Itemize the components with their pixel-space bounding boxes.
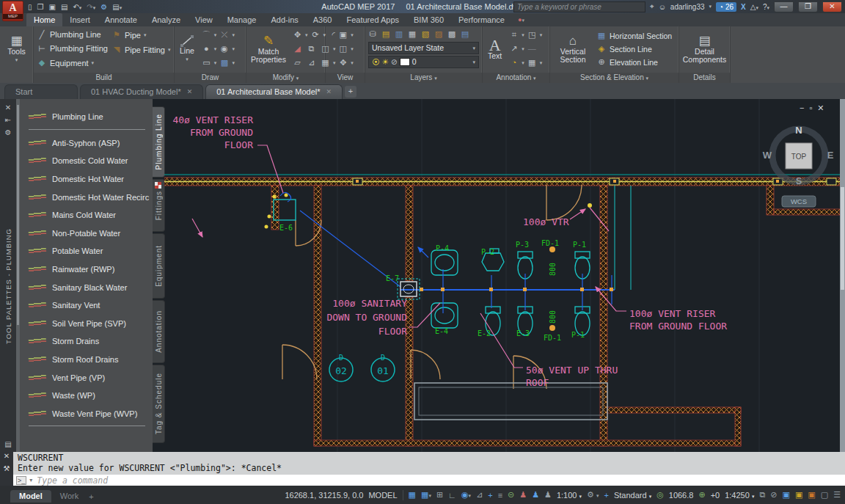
section-line-button[interactable]: ◈ Section Line [596,43,672,55]
graphics-performance-icon[interactable]: ▢ [821,490,828,500]
command-recent-arrow[interactable]: ▾ [29,477,32,483]
autoscale-icon[interactable]: ⊕ [698,490,705,500]
elevation-globe-icon[interactable]: ◎ [656,490,664,500]
circle-dropdown-arrow[interactable]: ▾ [214,46,217,52]
palette-item[interactable]: Potable Water [20,242,153,260]
palette-item[interactable]: Vent Pipe (VP) [20,368,153,387]
viewport-close-icon[interactable]: ✕ [817,103,829,112]
palette-tab-equipment[interactable]: Equipment [153,233,165,299]
isolate-objects-icon[interactable]: ▣ [808,490,815,500]
lineweight-icon[interactable]: ≡ [498,491,502,500]
palette-item[interactable]: Sanitary Black Water [20,278,153,296]
layer-match-icon[interactable]: ▩ [447,28,456,40]
layer-dropdown[interactable]: ⦿ ☀ ⊘ 0▾ [368,56,479,68]
exchange-apps-icon[interactable]: X [741,3,746,11]
minimize-button[interactable]: — [774,1,794,12]
undo-icon[interactable]: ↶▾ [73,3,81,11]
panel-label-modify[interactable]: Modify ▾ [246,73,325,83]
view-nav-icon[interactable]: ✥ [337,56,349,69]
layer-lock-icon[interactable]: ▨ [434,28,443,40]
palette-item[interactable]: Sanitary Vent [20,296,153,315]
ellipse-icon[interactable]: ◉ [218,43,230,55]
panel-label-build[interactable]: Build [34,73,174,83]
signin-user[interactable]: adarling33 [670,3,705,11]
palette-close-icon[interactable]: ✕ [5,103,11,112]
customization-menu-icon[interactable]: ☰ [833,490,841,500]
palette-item[interactable]: Waste Vent Pipe (WVP) [20,405,153,423]
search-icon[interactable]: ⌖ [650,2,654,11]
layout-tab-model[interactable]: Model [10,490,51,503]
record-icon[interactable]: ●▾ [518,13,524,26]
space-toggle[interactable]: MODEL [368,491,397,500]
hatch-dropdown-arrow[interactable]: ▾ [232,60,235,66]
annotation-monitor-icon[interactable]: ⊘ [770,490,777,500]
viewport-scale[interactable]: 1:100 ▾ [557,491,582,500]
multileader-dropdown-arrow[interactable]: ▾ [540,32,543,38]
palette-item[interactable]: Rainwater (RWP) [20,260,153,279]
view-window-dropdown-arrow[interactable]: ▾ [351,46,354,52]
equipment-button[interactable]: ◆ Equipment ▾ [37,56,108,70]
palette-item[interactable]: Waste (WP) [20,387,153,405]
user-menu-arrow[interactable]: ▾ [709,4,712,10]
move-dropdown-arrow[interactable]: ▾ [305,32,308,38]
annotation-scale[interactable]: 1:4250 ▾ [725,491,754,500]
notification-badge[interactable]: ◔ 26 [716,2,736,12]
new-layout-button[interactable]: + [89,492,93,501]
palette-tab-fittings[interactable]: Fittings [153,179,165,232]
infer-constraints-icon[interactable]: ⊞ [436,490,443,500]
palette-item[interactable]: Domestic Hot Water Recirc [20,188,153,206]
circle-icon[interactable]: ● [200,43,213,55]
copy-icon[interactable]: ⧉ [305,43,318,55]
tab-start[interactable]: Start [4,84,78,99]
palette-item[interactable]: Storm Drains [20,332,153,351]
panel-label-section[interactable]: Section & Elevation ▾ [550,73,678,83]
open-icon[interactable]: ❐ [37,3,44,11]
extend-icon[interactable]: ⊿ [305,56,318,69]
viewport-minimize-icon[interactable]: − [800,103,809,112]
dynamic-input-icon[interactable]: ∟ [448,491,456,500]
hatch-icon[interactable]: ▩ [218,56,230,69]
palette-item[interactable]: Storm Roof Drains [20,351,153,369]
palette-item[interactable]: Soil Vent Pipe (SVP) [20,315,153,333]
palette-autohide-icon[interactable]: ⇤ [5,116,11,124]
palette-tab-annotation[interactable]: Annotation [153,300,165,363]
ribbon-tab-featured-apps[interactable]: Featured Apps [339,13,406,26]
command-input[interactable] [35,475,845,486]
table-icon[interactable]: ▦ [526,56,538,69]
ribbon-tab-annotate[interactable]: Annotate [98,13,145,26]
ribbon-tab-insert[interactable]: Insert [62,13,98,26]
view-style-dropdown-arrow[interactable]: ▾ [351,32,354,38]
view-window-icon[interactable]: ◫ [337,43,349,55]
dimension-icon[interactable]: ⌗ [508,29,520,41]
panel-label-view[interactable]: View [326,73,365,83]
ribbon-tab-view[interactable]: View [188,13,220,26]
new-tab-button[interactable]: + [345,86,356,98]
layer-isolate-icon[interactable]: ▥ [395,28,403,40]
pipe-fitting-button[interactable]: ◥ Pipe Fitting ▾ [111,43,171,56]
plumbing-line-button[interactable]: ╱ Plumbing Line [37,28,108,41]
ribbon-tab-analyze[interactable]: Analyze [145,13,188,26]
panel-label-details[interactable]: Details [679,73,730,83]
palette-tab-tag-schedule[interactable]: Tag & Schedule [153,365,165,443]
close-tab-icon[interactable]: ✕ [326,85,332,99]
table-dropdown-arrow[interactable]: ▾ [540,60,543,66]
annotation-visibility-icon[interactable]: + [604,491,608,500]
layer-freeze-icon[interactable]: ▦ [408,28,417,40]
mark-icon[interactable]: ◔ [508,56,520,69]
ribbon-tab-a360[interactable]: A360 [306,13,340,26]
layer-off-icon[interactable]: ▧ [421,28,430,40]
viewcube-west[interactable]: W [763,150,772,161]
help-icon[interactable]: ?▾ [763,3,769,11]
transparency-icon[interactable]: ⊝ [508,490,514,500]
palette-item[interactable]: Domestic Cold Water [20,152,153,170]
save-icon[interactable]: ▣ [48,3,55,11]
print-icon[interactable]: ▤ [61,3,67,11]
view-style-icon[interactable]: ▣ [337,29,349,41]
palette-item[interactable]: Mains Cold Water [20,206,153,224]
view-nav-dropdown-arrow[interactable]: ▾ [351,60,354,66]
app-logo[interactable]: A MEP [2,1,23,21]
layout-tab-work[interactable]: Work [51,490,87,503]
erase-icon[interactable]: ◢ [291,43,304,55]
grid-icon[interactable]: ▦ [409,490,416,500]
layer-state-icon[interactable]: ▤ [381,28,390,40]
